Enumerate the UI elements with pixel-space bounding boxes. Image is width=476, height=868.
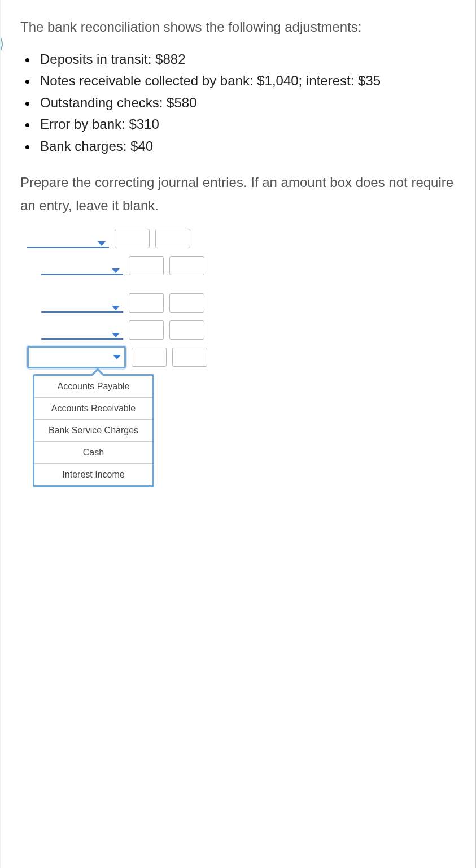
journal-row xyxy=(41,290,455,315)
journal-row xyxy=(41,318,455,342)
dropdown-popup: Accounts Payable Accounts Receivable Ban… xyxy=(33,374,154,487)
chevron-down-icon xyxy=(98,241,106,246)
list-item: Bank charges: $40 xyxy=(37,136,455,157)
list-item: Outstanding checks: $580 xyxy=(37,92,455,114)
chevron-down-icon xyxy=(112,333,120,337)
chevron-down-icon xyxy=(112,306,120,310)
credit-input[interactable] xyxy=(169,293,204,313)
list-item: Notes receivable collected by bank: $1,0… xyxy=(37,70,455,92)
journal-row xyxy=(27,226,455,251)
debit-input[interactable] xyxy=(129,293,164,313)
adjustments-list: Deposits in transit: $882 Notes receivab… xyxy=(20,49,455,157)
account-dropdown[interactable] xyxy=(41,320,123,340)
dropdown-option[interactable]: Interest Income xyxy=(34,464,152,485)
chevron-down-icon xyxy=(113,355,121,359)
account-dropdown[interactable] xyxy=(41,256,123,275)
journal-row xyxy=(41,253,455,278)
account-dropdown[interactable] xyxy=(27,229,109,248)
dropdown-option[interactable]: Cash xyxy=(34,442,152,464)
intro-text: The bank reconciliation shows the follow… xyxy=(20,17,455,37)
credit-input[interactable] xyxy=(172,348,207,367)
credit-input[interactable] xyxy=(169,320,204,340)
debit-input[interactable] xyxy=(129,256,164,275)
account-dropdown-active[interactable] xyxy=(27,346,126,368)
debit-input[interactable] xyxy=(132,348,167,367)
credit-input[interactable] xyxy=(169,256,204,275)
debit-input[interactable] xyxy=(115,229,150,248)
dropdown-option[interactable]: Bank Service Charges xyxy=(34,420,152,442)
list-item: Deposits in transit: $882 xyxy=(37,49,455,70)
credit-input[interactable] xyxy=(155,229,190,248)
account-dropdown[interactable] xyxy=(41,293,123,313)
journal-row xyxy=(27,345,455,370)
nav-indicator-icon[interactable] xyxy=(0,32,3,57)
dropdown-option[interactable]: Accounts Payable xyxy=(34,376,152,398)
instruction-text: Prepare the correcting journal entries. … xyxy=(20,171,455,218)
dropdown-option[interactable]: Accounts Receivable xyxy=(34,398,152,420)
journal-entry-grid: Accounts Payable Accounts Receivable Ban… xyxy=(27,226,455,487)
list-item: Error by bank: $310 xyxy=(37,114,455,135)
debit-input[interactable] xyxy=(129,320,164,340)
chevron-down-icon xyxy=(112,268,120,273)
